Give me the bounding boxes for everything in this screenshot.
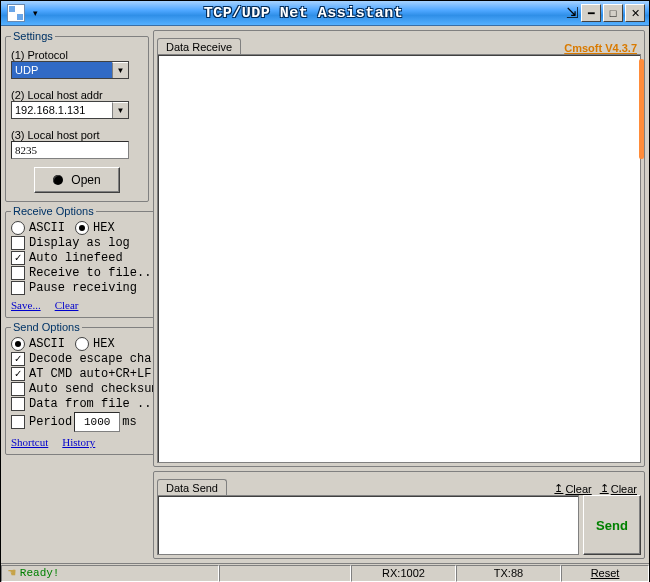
settings-group: Settings (1) Protocol UDP ▼ (2) Local ho… — [5, 30, 149, 202]
recv-to-file-checkbox[interactable] — [11, 266, 25, 280]
status-reset-link[interactable]: Reset — [561, 565, 649, 582]
auto-linefeed-label: Auto linefeed — [29, 251, 123, 265]
period-unit: ms — [122, 415, 136, 429]
auto-checksum-label: Auto send checksum — [29, 382, 159, 396]
titlebar: ▾ TCP/UDP Net Assistant ⇲ ━ □ ✕ — [1, 1, 649, 26]
pause-recv-checkbox[interactable] — [11, 281, 25, 295]
data-from-file-label: Data from file ... — [29, 397, 159, 411]
chevron-down-icon: ▼ — [112, 62, 128, 78]
minimize-button[interactable]: ━ — [581, 4, 601, 22]
settings-legend: Settings — [11, 30, 55, 42]
status-ready-text: Ready! — [20, 567, 60, 579]
send-zone: Data Send ↥ Clear ↥ Clear — [153, 471, 645, 559]
recv-clear-link[interactable]: Clear — [55, 299, 79, 311]
receive-zone: Data Receive Cmsoft V4.3.7 — [153, 30, 645, 467]
hand-icon: ☚ — [8, 565, 16, 581]
status-ready: ☚ Ready! — [1, 565, 219, 582]
brand-label[interactable]: Cmsoft V4.3.7 — [564, 42, 637, 54]
receive-textarea[interactable] — [157, 54, 641, 463]
open-button[interactable]: Open — [34, 167, 119, 193]
record-icon — [53, 175, 63, 185]
send-ascii-label: ASCII — [29, 337, 65, 351]
maximize-button[interactable]: □ — [603, 4, 623, 22]
up-arrow-icon: ↥ — [600, 482, 609, 495]
data-from-file-checkbox[interactable] — [11, 397, 25, 411]
tab-data-send[interactable]: Data Send — [157, 479, 227, 496]
send-ascii-radio[interactable] — [11, 337, 25, 351]
auto-linefeed-checkbox[interactable] — [11, 251, 25, 265]
open-button-label: Open — [71, 173, 100, 187]
recv-hex-radio[interactable] — [75, 221, 89, 235]
scrollbar-thumb[interactable] — [639, 59, 644, 159]
recv-save-link[interactable]: Save... — [11, 299, 41, 311]
recv-to-file-label: Receive to file... — [29, 266, 159, 280]
system-buttons: ⇲ ━ □ ✕ — [566, 4, 649, 22]
statusbar: ☚ Ready! RX:1002 TX:88 Reset — [1, 563, 649, 582]
send-button[interactable]: Send — [583, 495, 641, 555]
host-addr-select[interactable]: 192.168.1.131 ▼ — [11, 101, 129, 119]
decode-escape-checkbox[interactable] — [11, 352, 25, 366]
receive-options-legend: Receive Options — [11, 205, 96, 217]
pause-recv-label: Pause receiving — [29, 281, 137, 295]
status-spacer — [219, 565, 351, 582]
auto-checksum-checkbox[interactable] — [11, 382, 25, 396]
pin-icon[interactable]: ⇲ — [566, 4, 579, 22]
app-icon — [7, 4, 25, 22]
send-button-label: Send — [596, 518, 628, 533]
host-port-label: (3) Local host port — [11, 129, 143, 141]
send-options-group: Send Options ASCII HEX Decode escape cha… — [5, 321, 165, 455]
send-textarea[interactable] — [157, 495, 579, 555]
chevron-down-icon: ▼ — [112, 102, 128, 118]
status-tx: TX:88 — [456, 565, 561, 582]
receive-options-group: Receive Options ASCII HEX Display as log… — [5, 205, 165, 318]
send-options-legend: Send Options — [11, 321, 82, 333]
decode-escape-label: Decode escape char — [29, 352, 159, 366]
clear-send-link[interactable]: ↥ Clear — [600, 482, 637, 495]
close-button[interactable]: ✕ — [625, 4, 645, 22]
protocol-value: UDP — [12, 62, 112, 78]
display-log-checkbox[interactable] — [11, 236, 25, 250]
up-arrow-icon: ↥ — [554, 482, 563, 495]
tab-data-receive[interactable]: Data Receive — [157, 38, 241, 55]
history-link[interactable]: History — [62, 436, 95, 448]
send-hex-radio[interactable] — [75, 337, 89, 351]
shortcut-link[interactable]: Shortcut — [11, 436, 48, 448]
clear-recv-link[interactable]: ↥ Clear — [554, 482, 591, 495]
host-addr-label: (2) Local host addr — [11, 89, 143, 101]
period-checkbox[interactable] — [11, 415, 25, 429]
display-log-label: Display as log — [29, 236, 130, 250]
protocol-label: (1) Protocol — [11, 49, 143, 61]
protocol-select[interactable]: UDP ▼ — [11, 61, 129, 79]
send-hex-label: HEX — [93, 337, 115, 351]
titlebar-dropdown-icon[interactable]: ▾ — [29, 7, 41, 19]
recv-ascii-radio[interactable] — [11, 221, 25, 235]
period-label: Period — [29, 415, 72, 429]
host-port-input[interactable] — [11, 141, 129, 159]
recv-hex-label: HEX — [93, 221, 115, 235]
app-window: ▾ TCP/UDP Net Assistant ⇲ ━ □ ✕ Settings… — [0, 0, 650, 582]
window-title: TCP/UDP Net Assistant — [41, 5, 566, 22]
titlebar-left: ▾ — [1, 4, 41, 22]
period-input[interactable] — [74, 412, 120, 432]
right-panel: Data Receive Cmsoft V4.3.7 Data Send ↥ C… — [153, 30, 645, 559]
recv-ascii-label: ASCII — [29, 221, 65, 235]
at-cmd-label: AT CMD auto+CR+LF — [29, 367, 151, 381]
left-panel: Settings (1) Protocol UDP ▼ (2) Local ho… — [5, 30, 149, 559]
at-cmd-checkbox[interactable] — [11, 367, 25, 381]
status-rx: RX:1002 — [351, 565, 456, 582]
host-addr-value: 192.168.1.131 — [12, 102, 112, 118]
